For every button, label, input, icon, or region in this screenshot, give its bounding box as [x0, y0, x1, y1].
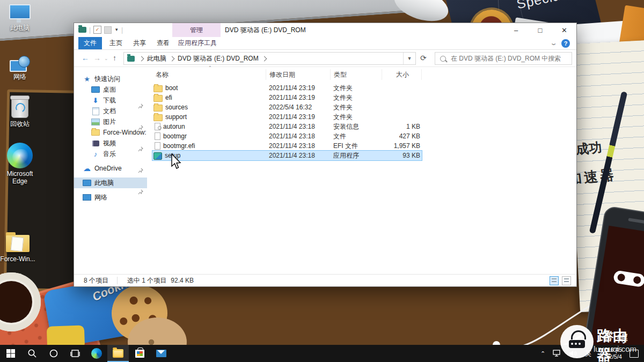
- refresh-button[interactable]: ⟳: [420, 54, 427, 62]
- show-hidden-icons-chevron-icon[interactable]: ⌃: [540, 350, 545, 357]
- file-row-autorun[interactable]: autorun 2021/11/4 23:18 安装信息 1 KB: [152, 122, 422, 131]
- cortana-button[interactable]: [43, 345, 64, 362]
- large-icons-view-button[interactable]: [562, 276, 571, 285]
- recent-locations-chevron-icon[interactable]: ⌄: [104, 56, 108, 61]
- tab-view[interactable]: 查看: [152, 37, 174, 49]
- sidebar-item-desktop[interactable]: 桌面: [74, 84, 147, 95]
- address-bar[interactable]: 此电脑 DVD 驱动器 (E:) DVD_ROM ▼: [123, 52, 416, 65]
- column-header-date[interactable]: 修改日期: [266, 69, 331, 80]
- network-tray-icon[interactable]: [553, 350, 561, 357]
- phone-speaker: [628, 218, 644, 224]
- sidebar-item-this-pc[interactable]: 此电脑: [74, 178, 147, 188]
- collapse-ribbon-chevron-icon[interactable]: ⌄: [550, 40, 558, 47]
- desktop-icon-this-pc[interactable]: 此电脑: [2, 4, 38, 33]
- windows-logo-icon: [6, 349, 16, 358]
- sidebar-item-pictures[interactable]: 图片: [74, 116, 147, 127]
- recycle-bin-icon: [11, 98, 28, 118]
- address-dropdown-chevron-icon[interactable]: ▼: [403, 53, 415, 64]
- taskbar-edge-button[interactable]: [86, 345, 107, 362]
- caption-buttons: – □ ✕: [504, 23, 576, 37]
- file-explorer-icon: [113, 349, 123, 358]
- start-button[interactable]: [0, 345, 21, 362]
- router-icon: [569, 340, 585, 348]
- file-row-efi[interactable]: efi 2021/11/4 23:19 文件夹: [152, 93, 422, 102]
- maximize-button[interactable]: □: [528, 23, 552, 37]
- new-folder-icon[interactable]: [104, 26, 112, 34]
- tab-app-tools[interactable]: 应用程序工具: [174, 37, 221, 49]
- taskbar-search-button[interactable]: [21, 345, 43, 362]
- tab-home[interactable]: 主页: [105, 37, 127, 49]
- manage-context-tab[interactable]: 管理: [172, 23, 221, 37]
- search-input[interactable]: [450, 54, 565, 63]
- properties-icon[interactable]: ✓: [93, 26, 101, 34]
- desktop-icon-force-win-folder[interactable]: Force-Win...: [0, 235, 35, 263]
- column-header-name[interactable]: 名称 ⌃: [152, 69, 266, 80]
- desktop-icon-label: 回收站: [2, 120, 38, 129]
- desktop-icon-recycle-bin[interactable]: 回收站: [2, 98, 38, 129]
- search-icon: [27, 349, 37, 358]
- folder-icon: [153, 105, 163, 112]
- this-pc-icon: [9, 4, 31, 19]
- sidebar-item-network[interactable]: 网络: [74, 192, 147, 203]
- sidebar-item-documents[interactable]: 文档: [74, 106, 147, 116]
- desktop-icon-label: 网络: [2, 72, 38, 82]
- details-view-button[interactable]: [550, 276, 559, 285]
- folder-icon: [153, 114, 163, 121]
- minimize-button[interactable]: –: [504, 23, 528, 37]
- sidebar-item-quick-access[interactable]: ★ 快速访问: [74, 73, 147, 84]
- folder-icon: [153, 95, 163, 102]
- file-row-boot[interactable]: boot 2021/11/4 23:19 文件夹: [152, 83, 422, 93]
- desktop-icon-label: Microsoft Edge: [2, 170, 38, 185]
- task-view-icon: [70, 349, 80, 358]
- document-icon: [91, 107, 100, 115]
- network-icon: [10, 56, 30, 71]
- sidebar-item-music[interactable]: ♪ 音乐: [74, 149, 147, 159]
- column-header-type[interactable]: 类型: [331, 69, 382, 80]
- this-pc-icon: [83, 179, 91, 187]
- chevron-right-icon[interactable]: [261, 56, 267, 61]
- file-row-support[interactable]: support 2021/11/4 23:19 文件夹: [152, 112, 422, 122]
- desktop-icon-edge[interactable]: Microsoft Edge: [2, 143, 38, 185]
- forward-button[interactable]: →: [93, 54, 101, 62]
- desktop: Microsoft Specialist 成功 加速器 Cookie 答得 此电…: [0, 0, 644, 362]
- star-icon: ★: [83, 75, 91, 83]
- task-view-button[interactable]: [64, 345, 86, 362]
- customize-qat-chevron-icon[interactable]: ▼: [114, 27, 119, 32]
- sidebar-item-downloads[interactable]: ⬇ 下载: [74, 95, 147, 106]
- close-button[interactable]: ✕: [552, 23, 576, 37]
- back-button[interactable]: ←: [82, 54, 89, 62]
- onedrive-cloud-icon: ☁: [83, 164, 91, 173]
- file-row-bootmgr[interactable]: bootmgr 2021/11/4 23:18 文件 427 KB: [152, 131, 422, 141]
- sidebar-item-videos[interactable]: 视频: [74, 138, 147, 149]
- video-icon: [91, 139, 100, 147]
- breadcrumb-this-pc[interactable]: 此电脑: [145, 54, 169, 63]
- search-box[interactable]: [435, 52, 572, 65]
- taskbar-explorer-button[interactable]: [107, 345, 129, 362]
- taskbar-mail-button[interactable]: [150, 345, 172, 362]
- chevron-right-icon[interactable]: [139, 56, 144, 61]
- column-header-size[interactable]: 大小: [382, 69, 422, 80]
- navigation-pane: ★ 快速访问 桌面 ⬇ 下载 文档 图片: [74, 67, 147, 275]
- handwriting-line1: 成功: [575, 139, 603, 158]
- sidebar-item-onedrive[interactable]: ☁ OneDrive: [74, 163, 147, 174]
- breadcrumb-current[interactable]: DVD 驱动器 (E:) DVD_ROM: [175, 54, 261, 63]
- file-row-bootmgr-efi[interactable]: bootmgr.efi 2021/11/4 23:18 EFI 文件 1,957…: [152, 141, 422, 151]
- edge-icon: [91, 348, 102, 359]
- quick-access-toolbar: | ✓ ▼ |: [78, 26, 123, 34]
- desktop-icon-network[interactable]: 网络: [2, 56, 38, 82]
- network-icon: [83, 193, 91, 202]
- file-row-setup-selected[interactable]: setup 2021/11/4 23:18 应用程序 93 KB: [152, 151, 422, 160]
- sidebar-item-force-windows[interactable]: Force-Window:: [74, 127, 147, 138]
- tab-share[interactable]: 共享: [129, 37, 150, 49]
- tab-file[interactable]: 文件: [78, 37, 102, 49]
- taskbar-store-button[interactable]: [129, 345, 150, 362]
- desktop-icon-label: Force-Win...: [0, 255, 35, 263]
- file-row-sources[interactable]: sources 2022/5/4 16:32 文件夹: [152, 102, 422, 112]
- chevron-right-icon[interactable]: [170, 56, 175, 61]
- download-icon: ⬇: [91, 96, 100, 105]
- up-button[interactable]: ↑: [113, 54, 116, 62]
- location-drive-icon: [127, 56, 135, 62]
- phone-app-logo: [613, 270, 644, 287]
- help-button[interactable]: ?: [561, 39, 570, 48]
- title-bar[interactable]: | ✓ ▼ | 管理 DVD 驱动器 (E:) DVD_ROM – □ ✕: [74, 23, 576, 37]
